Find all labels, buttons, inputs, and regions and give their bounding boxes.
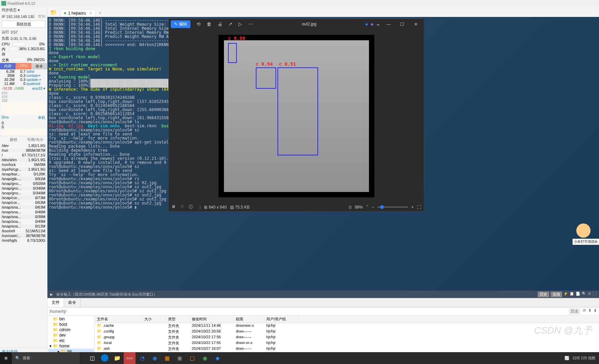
image-canvas[interactable]: c 0.80c 0.94c 0.91: [169, 29, 424, 203]
flash-icon[interactable]: ⚡: [563, 292, 568, 297]
pin-icon[interactable]: ◆: [365, 22, 368, 26]
heart-icon[interactable]: ♡: [180, 204, 184, 210]
delete-icon[interactable]: 🗑: [207, 21, 211, 27]
fs-row[interactable]: /snap/cor...0/63M: [0, 200, 47, 205]
fs-row[interactable]: /snap/gno...0/505M: [0, 181, 47, 186]
paste-icon[interactable]: 📄: [576, 292, 580, 297]
fs-row[interactable]: /sys/fs/cgr...1.9G/1.9G: [0, 167, 47, 172]
fs-row[interactable]: /run385M/387M: [0, 148, 47, 153]
finalshell-icon[interactable]: ◆: [211, 352, 223, 364]
edge-icon[interactable]: [101, 354, 108, 362]
more-icon[interactable]: ⋯: [248, 21, 253, 27]
add-tab-icon[interactable]: +: [96, 9, 104, 17]
sheep-avatar[interactable]: [576, 223, 591, 238]
start-button[interactable]: ⊞: [0, 352, 12, 364]
sys-info-button[interactable]: 系统信息: [2, 21, 45, 28]
app-icon-1[interactable]: ◔: [136, 352, 148, 364]
fs-row[interactable]: /boot/efi511M/511M: [0, 229, 47, 233]
tree-item[interactable]: 📁 etc: [48, 338, 94, 343]
app-icon-3[interactable]: ▦: [161, 352, 173, 364]
expand-icon[interactable]: ▶: [50, 292, 53, 297]
cloud-icon[interactable]: ☁: [376, 22, 380, 26]
zoom-slider[interactable]: [377, 207, 408, 208]
fs-row[interactable]: /run/user/...387M/387M: [0, 233, 47, 238]
vm-icon[interactable]: ▣: [174, 352, 186, 364]
fs-row[interactable]: /dev/shm1.9G/1.9G: [0, 157, 47, 162]
folder-icon[interactable]: 📁: [50, 9, 57, 16]
expand-icon[interactable]: ⛶: [417, 205, 421, 210]
taskbar-search[interactable]: 🔍搜索: [12, 352, 80, 364]
options-button[interactable]: 选项: [551, 292, 562, 297]
fs-row[interactable]: /snap/bar...0/128K: [0, 172, 47, 176]
fs-row[interactable]: /mnt/hgfs8.7G/100G: [0, 238, 47, 243]
refresh-icon[interactable]: ⟳: [583, 308, 586, 315]
session-tab[interactable]: 1 hejiaoru ×: [60, 9, 96, 17]
fs-row[interactable]: /snap/sna...0/49M: [0, 219, 47, 224]
file-row[interactable]: 📁.gnupg文件夹2024/10/22 17:56drwx------hjr/…: [95, 335, 599, 340]
copy-icon[interactable]: 📋: [570, 292, 574, 297]
screenshot-icon[interactable]: ⎙: [349, 205, 351, 210]
zoom-out-icon[interactable]: −: [372, 205, 374, 210]
close-icon[interactable]: ×: [89, 11, 92, 16]
share-icon[interactable]: ↗: [228, 21, 232, 27]
fs-row[interactable]: /snap/gno...0/346M: [0, 186, 47, 191]
current-path[interactable]: /home/hjr: [49, 309, 569, 314]
maximize-icon[interactable]: ☐: [396, 22, 408, 27]
net-interface[interactable]: ens33 ▾: [32, 86, 45, 91]
info-icon[interactable]: ⓘ: [189, 204, 193, 210]
fs-row[interactable]: /67.7G/117.1G: [0, 153, 47, 157]
rotate-icon[interactable]: ⟲: [197, 21, 201, 27]
cmd-tab[interactable]: 命令: [64, 298, 81, 307]
fs-row[interactable]: /run/lock5M/5M: [0, 162, 47, 167]
tree-item[interactable]: 📁 bin: [48, 316, 94, 322]
tree-item[interactable]: ▾ 📁 home: [48, 343, 94, 349]
minimize-icon[interactable]: —: [383, 22, 395, 27]
play-icon[interactable]: ▷: [239, 21, 242, 27]
file-tab[interactable]: 文件: [47, 298, 64, 307]
close-window-icon[interactable]: ✕: [410, 22, 422, 27]
tab-cpu[interactable]: CPU: [16, 63, 31, 69]
fs-row[interactable]: /snap/sna...0/46M: [0, 210, 47, 214]
file-row[interactable]: 📁.local文件夹2024/10/22 17:55drwxr-xr-xhjr/…: [95, 340, 599, 346]
fs-row[interactable]: /snap/sna...0/38M: [0, 214, 47, 219]
zoom-dropdown-icon[interactable]: ˅: [366, 205, 368, 210]
folder-tree[interactable]: 📁 bin📁 boot📁 cdrom📁 dev📁 etc▾ 📁 home▸ 📁 …: [47, 316, 95, 358]
search-icon[interactable]: 🔍: [582, 292, 586, 297]
history-button[interactable]: 历史: [538, 292, 549, 297]
file-row[interactable]: 📁.config文件夹2024/10/22 20:56drwx------hjr…: [95, 329, 599, 335]
fs-row[interactable]: /dev1.8G/1.8G: [0, 143, 47, 148]
fs-row[interactable]: /snap/gtk-...0/91M: [0, 176, 47, 181]
tab-cmd[interactable]: 命令: [32, 63, 47, 69]
caj-icon[interactable]: CAJ: [124, 352, 136, 364]
tree-item[interactable]: 📁 cdrom: [48, 327, 94, 333]
path-history-button[interactable]: 历史: [569, 308, 581, 315]
copy-link[interactable]: 复制: [38, 14, 45, 19]
file-row[interactable]: 📁.cache文件夹2024/11/11 14:46drwxrwxr-xhjr/…: [95, 323, 599, 329]
local-label[interactable]: 本机: [38, 115, 45, 120]
taskview-icon[interactable]: ◫: [86, 352, 98, 364]
download-icon[interactable]: ⬇: [594, 308, 597, 315]
zoom-in-icon[interactable]: +: [411, 205, 414, 210]
file-list-header: 文件名 大小 类型 修改时间 权限 用户/用户组: [95, 316, 599, 323]
fs-row[interactable]: /snap/cor...0/73M: [0, 195, 47, 200]
wechat-icon[interactable]: ◉: [199, 352, 211, 364]
gear-icon[interactable]: ⚙: [588, 292, 591, 297]
file-row[interactable]: 📁.ssh文件夹2024/10/27 16:07drwx------hjr/hj…: [95, 346, 599, 352]
stock-text[interactable]: 日经 225 指数: [573, 356, 596, 361]
tab-mem[interactable]: 内存: [0, 63, 16, 69]
tree-item[interactable]: 📁 boot: [48, 322, 94, 327]
fs-row[interactable]: /snap/sna...0/12M: [0, 224, 47, 229]
app-icon-2[interactable]: ◉: [149, 352, 161, 364]
monitor-icon[interactable]: 🖥: [171, 204, 175, 210]
explorer-icon[interactable]: 📁: [111, 352, 123, 364]
purple-icon[interactable]: ◆: [371, 22, 373, 26]
print-icon[interactable]: 🖨: [218, 21, 222, 27]
fs-row[interactable]: /snap/sna...0/63M: [0, 205, 47, 210]
stock-icon[interactable]: 📈: [564, 356, 569, 360]
fs-row[interactable]: /snap/gno...0/349M: [0, 191, 47, 195]
upload-icon[interactable]: ⬆: [588, 308, 592, 315]
tree-item[interactable]: 📁 dev: [48, 333, 94, 338]
edit-button[interactable]: ✎ 编辑: [171, 20, 190, 28]
fullscreen-icon[interactable]: ⛶: [593, 292, 596, 297]
vbox-icon[interactable]: ▢: [186, 352, 198, 364]
